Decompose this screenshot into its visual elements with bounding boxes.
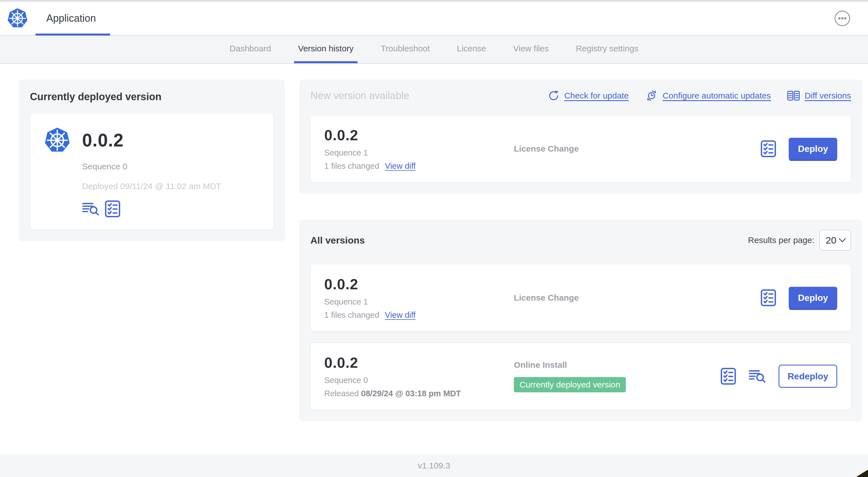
diff-icon bbox=[787, 90, 800, 101]
deploy-logs-icon bbox=[749, 368, 766, 384]
redeploy-button[interactable]: Redeploy bbox=[779, 365, 837, 388]
currently-deployed-badge: Currently deployed version bbox=[514, 377, 626, 392]
main-content: Currently deployed version 0.0.2 Sequenc… bbox=[0, 64, 868, 421]
cursor-artifact bbox=[856, 470, 868, 477]
tab-label: Version history bbox=[298, 44, 353, 53]
app-tab-active-underline bbox=[36, 34, 110, 35]
tab-troubleshoot[interactable]: Troubleshoot bbox=[377, 35, 434, 63]
app-header: Application bbox=[0, 2, 868, 35]
console-version: v1.109.3 bbox=[417, 461, 450, 471]
deploy-button[interactable]: Deploy bbox=[789, 138, 837, 160]
new-version-section: New version available Check for update C… bbox=[299, 80, 862, 193]
right-column: New version available Check for update C… bbox=[299, 80, 862, 421]
tab-label: Troubleshoot bbox=[381, 44, 430, 53]
results-per-page-select[interactable]: 20 bbox=[819, 230, 851, 251]
all-versions-section: All versions Results per page: 20 0.0.2 … bbox=[299, 219, 862, 421]
rotate-ccw-icon bbox=[548, 90, 560, 101]
tab-label: License bbox=[457, 44, 486, 53]
app-title[interactable]: Application bbox=[46, 12, 96, 24]
currently-deployed-panel: Currently deployed version 0.0.2 Sequenc… bbox=[19, 80, 285, 241]
files-changed-label: 1 files changed bbox=[324, 161, 379, 171]
version-number: 0.0.2 bbox=[324, 276, 514, 293]
version-source-label: License Change bbox=[514, 293, 761, 303]
app-tab[interactable]: Application bbox=[46, 2, 96, 35]
deploy-button[interactable]: Deploy bbox=[789, 287, 837, 309]
version-sequence: Sequence 0 bbox=[324, 376, 514, 385]
version-actions: Check for update Configure automatic upd… bbox=[548, 90, 851, 101]
tab-label: View files bbox=[513, 44, 549, 53]
results-per-page-value: 20 bbox=[826, 235, 836, 246]
tab-view-files[interactable]: View files bbox=[509, 35, 553, 63]
released-date: 08/29/24 @ 03:18 pm MDT bbox=[361, 389, 461, 398]
files-changed-label: 1 files changed bbox=[324, 310, 379, 320]
preflight-checklist-icon bbox=[761, 289, 776, 306]
deploy-logs-button[interactable] bbox=[82, 201, 100, 216]
preflight-checklist-icon bbox=[720, 367, 736, 385]
sync-clock-icon bbox=[645, 90, 658, 101]
version-released: Released 08/29/24 @ 03:18 pm MDT bbox=[324, 389, 514, 398]
tab-version-history[interactable]: Version history bbox=[294, 35, 358, 63]
kubernetes-logo-icon bbox=[44, 127, 71, 154]
tab-label: Registry settings bbox=[576, 44, 639, 53]
kubernetes-logo-icon bbox=[7, 8, 28, 29]
version-sequence: Sequence 1 bbox=[324, 297, 514, 306]
released-prefix: Released bbox=[324, 389, 361, 398]
nav-tabs: Dashboard Version history Troubleshoot L… bbox=[0, 35, 868, 64]
app-footer: v1.109.3 bbox=[0, 454, 868, 477]
version-number: 0.0.2 bbox=[324, 127, 514, 144]
overflow-menu-button[interactable] bbox=[834, 10, 850, 27]
diff-versions-link[interactable]: Diff versions bbox=[787, 90, 851, 101]
deployed-sequence: Sequence 0 bbox=[82, 162, 260, 171]
preflight-checks-button[interactable] bbox=[761, 140, 776, 157]
version-source-label: Online Install bbox=[514, 360, 720, 370]
deploy-logs-icon bbox=[82, 201, 100, 216]
check-for-update-label: Check for update bbox=[564, 91, 628, 100]
tab-license[interactable]: License bbox=[453, 35, 490, 63]
diff-versions-label: Diff versions bbox=[805, 91, 851, 100]
preflight-checks-button[interactable] bbox=[105, 200, 121, 218]
preflight-checks-button[interactable] bbox=[720, 367, 736, 385]
version-sequence: Sequence 1 bbox=[324, 148, 514, 157]
configure-automatic-updates-label: Configure automatic updates bbox=[662, 91, 771, 100]
tab-label: Dashboard bbox=[230, 44, 271, 53]
preflight-checklist-icon bbox=[761, 140, 776, 157]
check-for-update-link[interactable]: Check for update bbox=[548, 90, 628, 101]
chevron-down-icon bbox=[839, 238, 846, 242]
version-number: 0.0.2 bbox=[324, 354, 514, 371]
all-versions-title: All versions bbox=[310, 235, 365, 246]
new-version-card: 0.0.2 Sequence 1 1 files changed View di… bbox=[310, 115, 851, 182]
tab-registry-settings[interactable]: Registry settings bbox=[572, 35, 643, 63]
deployed-timestamp: Deployed 09/11/24 @ 11:02 am MDT bbox=[82, 181, 260, 191]
page: Application Dashboard Version history Tr… bbox=[0, 0, 868, 477]
tab-dashboard[interactable]: Dashboard bbox=[226, 35, 275, 63]
deploy-logs-button[interactable] bbox=[749, 368, 766, 384]
view-diff-link[interactable]: View diff bbox=[385, 161, 416, 171]
preflight-checks-button[interactable] bbox=[761, 289, 776, 306]
currently-deployed-card: 0.0.2 Sequence 0 Deployed 09/11/24 @ 11:… bbox=[30, 114, 274, 230]
configure-automatic-updates-link[interactable]: Configure automatic updates bbox=[645, 90, 771, 101]
ellipsis-icon bbox=[834, 10, 850, 27]
version-row: 0.0.2 Sequence 1 1 files changed View di… bbox=[310, 264, 851, 331]
version-source-label: License Change bbox=[514, 144, 761, 153]
currently-deployed-title: Currently deployed version bbox=[30, 91, 274, 103]
new-version-title: New version available bbox=[310, 90, 409, 101]
preflight-checklist-icon bbox=[105, 200, 121, 218]
version-row: 0.0.2 Sequence 0 Released 08/29/24 @ 03:… bbox=[310, 342, 851, 410]
results-per-page-label: Results per page: bbox=[748, 235, 814, 245]
deployed-version-number: 0.0.2 bbox=[82, 130, 124, 151]
view-diff-link[interactable]: View diff bbox=[385, 310, 416, 320]
